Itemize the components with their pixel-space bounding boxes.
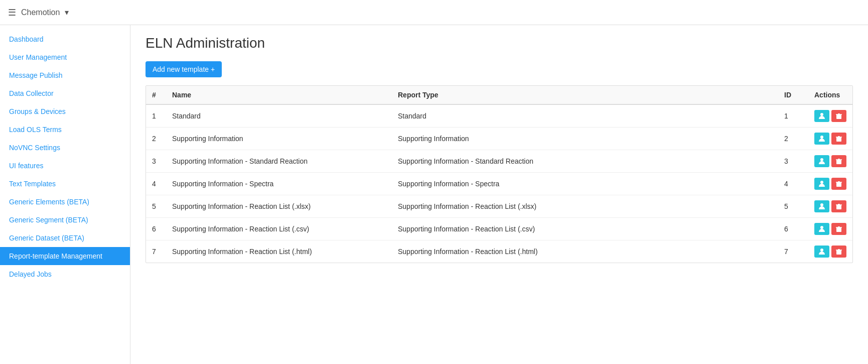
hamburger-icon[interactable]: ☰: [8, 7, 16, 18]
row-name: Supporting Information - Standard Reacti…: [166, 150, 392, 173]
svg-point-16: [820, 203, 823, 206]
row-num: 6: [146, 218, 166, 240]
add-new-template-button[interactable]: Add new template +: [146, 61, 222, 77]
row-report-type: Supporting Information - Reaction List (…: [392, 218, 778, 240]
edit-button[interactable]: [814, 178, 829, 190]
templates-table: # Name Report Type ID Actions 1StandardS…: [146, 86, 852, 263]
edit-button[interactable]: [814, 246, 829, 258]
svg-rect-13: [836, 182, 841, 187]
delete-button[interactable]: [831, 223, 846, 235]
templates-table-wrapper: # Name Report Type ID Actions 1StandardS…: [146, 85, 853, 263]
table-row: 2Supporting InformationSupporting Inform…: [146, 128, 852, 150]
layout: DashboardUser ManagementMessage PublishD…: [0, 25, 868, 364]
row-actions: [808, 240, 852, 263]
sidebar-item-generic-dataset[interactable]: Generic Dataset (BETA): [0, 229, 130, 247]
edit-button[interactable]: [814, 155, 829, 167]
row-id: 6: [778, 218, 808, 240]
svg-point-12: [820, 181, 823, 184]
row-report-type: Standard: [392, 104, 778, 128]
row-id: 5: [778, 195, 808, 218]
brand-name: Chemotion: [21, 8, 60, 17]
svg-point-8: [820, 158, 823, 161]
sidebar-item-text-templates[interactable]: Text Templates: [0, 175, 130, 193]
page-title: ELN Administration: [146, 35, 853, 51]
sidebar-item-message-publish[interactable]: Message Publish: [0, 66, 130, 84]
brand-dropdown-icon[interactable]: ▾: [65, 8, 69, 17]
sidebar-item-dashboard[interactable]: Dashboard: [0, 30, 130, 48]
row-id: 4: [778, 173, 808, 195]
delete-button[interactable]: [831, 155, 846, 167]
row-num: 2: [146, 128, 166, 150]
svg-point-0: [820, 113, 823, 116]
sidebar-item-report-template-management[interactable]: Report-template Management: [0, 247, 130, 265]
svg-rect-1: [836, 114, 841, 119]
table-row: 7Supporting Information - Reaction List …: [146, 240, 852, 263]
row-name: Supporting Information: [166, 128, 392, 150]
row-report-type: Supporting Information - Reaction List (…: [392, 195, 778, 218]
row-id: 7: [778, 240, 808, 263]
svg-rect-25: [836, 250, 841, 255]
table-row: 6Supporting Information - Reaction List …: [146, 218, 852, 240]
table-row: 4Supporting Information - SpectraSupport…: [146, 173, 852, 195]
row-name: Supporting Information - Reaction List (…: [166, 195, 392, 218]
edit-button[interactable]: [814, 223, 829, 235]
svg-point-4: [820, 136, 823, 139]
row-num: 7: [146, 240, 166, 263]
delete-button[interactable]: [831, 133, 846, 145]
sidebar-item-load-ols-terms[interactable]: Load OLS Terms: [0, 120, 130, 139]
edit-button[interactable]: [814, 133, 829, 145]
col-header-report-type: Report Type: [392, 86, 778, 104]
svg-rect-21: [836, 227, 841, 232]
sidebar-item-ui-features[interactable]: UI features: [0, 157, 130, 175]
row-name: Standard: [166, 104, 392, 128]
edit-button[interactable]: [814, 110, 829, 122]
row-id: 2: [778, 128, 808, 150]
row-name: Supporting Information - Spectra: [166, 173, 392, 195]
row-name: Supporting Information - Reaction List (…: [166, 218, 392, 240]
navbar: ☰ Chemotion ▾: [0, 0, 868, 25]
main-content: ELN Administration Add new template + # …: [130, 25, 868, 364]
sidebar-item-groups-devices[interactable]: Groups & Devices: [0, 102, 130, 120]
table-header-row: # Name Report Type ID Actions: [146, 86, 852, 104]
delete-button[interactable]: [831, 246, 846, 258]
row-report-type: Supporting Information: [392, 128, 778, 150]
navbar-brand[interactable]: ☰ Chemotion ▾: [8, 7, 69, 18]
svg-rect-5: [836, 137, 841, 142]
row-num: 3: [146, 150, 166, 173]
col-header-num: #: [146, 86, 166, 104]
table-row: 3Supporting Information - Standard React…: [146, 150, 852, 173]
table-row: 5Supporting Information - Reaction List …: [146, 195, 852, 218]
row-actions: [808, 173, 852, 195]
row-actions: [808, 150, 852, 173]
delete-button[interactable]: [831, 178, 846, 190]
col-header-name: Name: [166, 86, 392, 104]
row-num: 1: [146, 104, 166, 128]
svg-point-20: [820, 226, 823, 229]
row-num: 4: [146, 173, 166, 195]
row-actions: [808, 195, 852, 218]
row-num: 5: [146, 195, 166, 218]
edit-button[interactable]: [814, 200, 829, 212]
sidebar-item-data-collector[interactable]: Data Collector: [0, 84, 130, 102]
delete-button[interactable]: [831, 110, 846, 122]
row-id: 1: [778, 104, 808, 128]
svg-rect-17: [836, 205, 841, 209]
row-report-type: Supporting Information - Spectra: [392, 173, 778, 195]
row-actions: [808, 218, 852, 240]
table-row: 1StandardStandard1: [146, 104, 852, 128]
col-header-id: ID: [778, 86, 808, 104]
svg-rect-9: [836, 160, 841, 164]
svg-point-24: [820, 249, 823, 252]
sidebar-item-generic-elements[interactable]: Generic Elements (BETA): [0, 193, 130, 211]
row-name: Supporting Information - Reaction List (…: [166, 240, 392, 263]
sidebar-item-generic-segment[interactable]: Generic Segment (BETA): [0, 211, 130, 229]
sidebar-item-delayed-jobs[interactable]: Delayed Jobs: [0, 265, 130, 283]
row-report-type: Supporting Information - Standard Reacti…: [392, 150, 778, 173]
col-header-actions: Actions: [808, 86, 852, 104]
delete-button[interactable]: [831, 200, 846, 212]
row-actions: [808, 128, 852, 150]
sidebar-item-user-management[interactable]: User Management: [0, 48, 130, 66]
row-report-type: Supporting Information - Reaction List (…: [392, 240, 778, 263]
sidebar-item-novnc-settings[interactable]: NoVNC Settings: [0, 139, 130, 157]
sidebar: DashboardUser ManagementMessage PublishD…: [0, 25, 130, 364]
